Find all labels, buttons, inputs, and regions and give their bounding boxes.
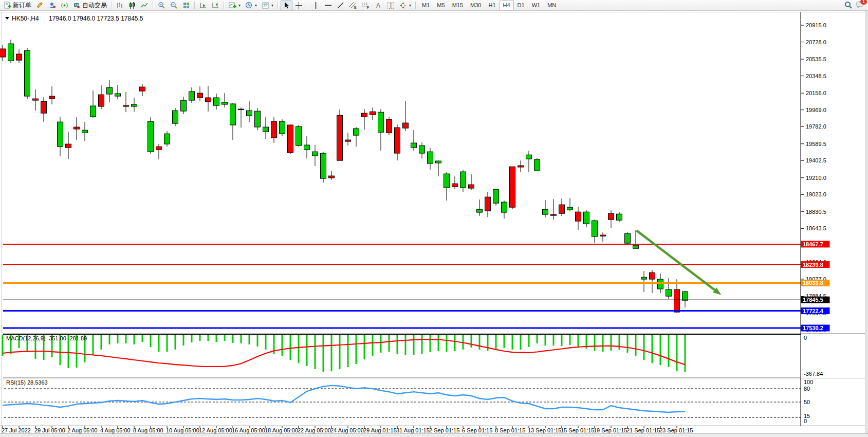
price-tick-label: 20348.5 (806, 73, 826, 79)
chart-symbol-period: HK50-,H4 (12, 15, 39, 22)
bull-candle (280, 121, 285, 134)
bear-candle (386, 119, 392, 133)
bull-candle (436, 161, 441, 163)
bull-candle (25, 50, 30, 96)
arrows-tool-button[interactable]: ▾ (397, 1, 413, 10)
timeframe-button-H1[interactable]: H1 (485, 1, 499, 10)
bull-candle (502, 202, 507, 212)
notifications-button[interactable]: 1 (856, 1, 864, 10)
timeframe-button-M5[interactable]: M5 (433, 1, 448, 10)
indicators-button[interactable]: ▾ (227, 1, 243, 10)
timeframe-button-M1[interactable]: M1 (418, 1, 433, 10)
chart-canvas[interactable]: HK50-,H417946.0 17946.0 17723.5 17845.52… (0, 11, 868, 437)
line-chart-button[interactable] (139, 1, 151, 10)
tile-windows-button[interactable] (180, 1, 192, 10)
bear-candle (66, 144, 71, 148)
styler-button[interactable] (34, 1, 46, 10)
bear-candle (41, 101, 47, 113)
horizontal-line-icon (324, 2, 332, 9)
toolbar-separator (224, 2, 225, 9)
timeframe-button-M30[interactable]: M30 (467, 1, 485, 10)
cursor-tool-button[interactable] (281, 1, 292, 10)
bear-candle (576, 212, 581, 221)
trendline-icon (337, 2, 344, 9)
timeframe-button-W1[interactable]: W1 (528, 1, 544, 10)
time-axis-label: 18 Aug 05:00 (265, 427, 298, 433)
bear-candle (345, 140, 351, 141)
bear-candle (510, 167, 515, 207)
add-indicator-icon (229, 2, 236, 9)
macd-axis-min: -367.84 (804, 371, 823, 377)
timeframe-button-D1[interactable]: D1 (514, 1, 528, 10)
toolbar-separator (307, 2, 308, 9)
search-icon[interactable] (844, 1, 853, 9)
svg-text:18467.7: 18467.7 (803, 241, 823, 247)
horizontal-line-tool-button[interactable] (322, 1, 334, 10)
templates-button[interactable]: ▾ (260, 1, 275, 10)
time-axis-label: 27 Jul 2022 (2, 427, 31, 433)
auto-trading-icon (73, 2, 81, 9)
trendline-tool-button[interactable] (335, 1, 346, 10)
timeframe-button-MN[interactable]: MN (544, 1, 560, 10)
bull-candle (633, 245, 639, 248)
bull-candle (8, 44, 14, 61)
bear-candle (156, 147, 162, 150)
text-label-tool-button[interactable]: T (385, 1, 397, 10)
bear-candle (16, 54, 22, 60)
timeframe-button-M15[interactable]: M15 (449, 1, 467, 10)
bear-candle (395, 128, 400, 153)
auto-scroll-button[interactable] (197, 1, 209, 10)
bull-candle (132, 104, 137, 106)
bar-chart-button[interactable] (114, 1, 126, 10)
crosshair-icon (295, 2, 303, 9)
bull-candle (181, 100, 187, 111)
time-axis-label: 6 Sep 01:15 (462, 427, 492, 433)
auto-trading-button[interactable]: 自动交易 (71, 1, 109, 10)
chart-shift-icon (212, 2, 219, 9)
vertical-line-icon (312, 2, 320, 9)
navigator-button[interactable] (59, 1, 70, 10)
bear-candle (329, 176, 335, 178)
auto-scroll-icon (199, 2, 207, 9)
candle-chart-button[interactable] (126, 1, 138, 10)
bear-candle (559, 205, 565, 213)
channel-tool-button[interactable]: E (347, 1, 359, 10)
text-tool-button[interactable]: A (373, 1, 384, 10)
rsi-axis-label: 0 (804, 418, 807, 424)
equidistant-channel-icon: E (349, 2, 357, 9)
bull-candle (493, 189, 499, 203)
time-axis-label: 19 Sep 01:15 (594, 427, 627, 433)
chart-shift-button[interactable] (210, 1, 221, 10)
level-price-label: 18467.7 (801, 241, 830, 247)
bull-candle (115, 94, 121, 96)
rsi-label: RSI(15) 28.5363 (6, 379, 48, 386)
bull-candle (534, 159, 540, 171)
market-watch-button[interactable] (46, 1, 58, 10)
bull-candle (304, 145, 310, 150)
svg-text:18239.8: 18239.8 (803, 262, 823, 268)
time-axis-label: 24 Aug 05:00 (330, 427, 364, 433)
time-axis-label: 15 Sep 01:15 (561, 427, 594, 433)
bull-candle (526, 155, 532, 159)
periods-button[interactable]: ▾ (243, 1, 259, 10)
zoom-out-icon (170, 2, 178, 9)
bull-candle (658, 279, 663, 289)
svg-text:17530.2: 17530.2 (803, 325, 823, 331)
bull-candle (296, 126, 302, 145)
new-order-button[interactable]: 新订单 (2, 1, 33, 10)
timeframe-button-H4[interactable]: H4 (500, 1, 514, 10)
zoom-in-button[interactable] (156, 1, 168, 10)
zoom-out-button[interactable] (168, 1, 180, 10)
fibonacci-tool-button[interactable]: F (360, 1, 372, 10)
time-axis-label: 29 Jul 05:00 (34, 427, 65, 433)
vertical-line-tool-button[interactable] (310, 1, 322, 10)
bull-candle (641, 277, 647, 279)
broom-icon (36, 2, 44, 9)
time-axis-label: 21 Sep 01:15 (626, 427, 660, 433)
crosshair-tool-button[interactable] (293, 1, 305, 10)
bear-candle (206, 98, 211, 102)
auto-trading-label: 自动交易 (82, 1, 107, 10)
svg-text:T: T (390, 3, 393, 8)
zoom-in-icon (158, 2, 165, 9)
bear-candle (674, 289, 680, 312)
